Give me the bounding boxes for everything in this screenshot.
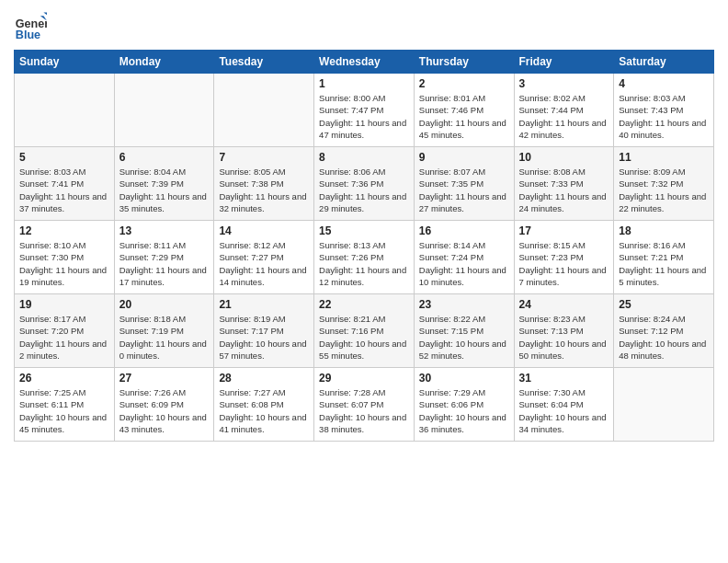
calendar-cell: 1Sunrise: 8:00 AM Sunset: 7:47 PM Daylig…	[314, 74, 415, 147]
calendar-cell: 2Sunrise: 8:01 AM Sunset: 7:46 PM Daylig…	[414, 74, 514, 147]
calendar-cell: 22Sunrise: 8:21 AM Sunset: 7:16 PM Dayli…	[314, 294, 415, 368]
day-info: Sunrise: 8:21 AM Sunset: 7:16 PM Dayligh…	[319, 313, 409, 362]
day-info: Sunrise: 8:11 AM Sunset: 7:29 PM Dayligh…	[119, 239, 210, 288]
day-info: Sunrise: 8:23 AM Sunset: 7:13 PM Dayligh…	[519, 313, 609, 362]
day-info: Sunrise: 8:05 AM Sunset: 7:38 PM Dayligh…	[219, 166, 309, 214]
calendar-week-3: 12Sunrise: 8:10 AM Sunset: 7:30 PM Dayli…	[15, 221, 714, 294]
day-number: 22	[319, 298, 409, 311]
day-number: 27	[119, 372, 210, 385]
day-info: Sunrise: 8:15 AM Sunset: 7:23 PM Dayligh…	[519, 239, 609, 288]
calendar-cell: 4Sunrise: 8:03 AM Sunset: 7:43 PM Daylig…	[614, 74, 714, 147]
day-number: 1	[319, 77, 409, 90]
day-number: 8	[319, 151, 409, 164]
day-number: 16	[419, 224, 509, 237]
calendar-cell: 13Sunrise: 8:11 AM Sunset: 7:29 PM Dayli…	[114, 221, 214, 294]
day-number: 21	[219, 298, 309, 311]
day-info: Sunrise: 8:18 AM Sunset: 7:19 PM Dayligh…	[119, 313, 210, 362]
day-number: 19	[19, 298, 109, 311]
calendar-cell: 24Sunrise: 8:23 AM Sunset: 7:13 PM Dayli…	[514, 294, 614, 368]
header-cell-saturday: Saturday	[614, 51, 714, 74]
header-cell-tuesday: Tuesday	[214, 51, 314, 74]
calendar-cell: 21Sunrise: 8:19 AM Sunset: 7:17 PM Dayli…	[214, 294, 314, 368]
calendar-cell: 25Sunrise: 8:24 AM Sunset: 7:12 PM Dayli…	[614, 294, 714, 368]
day-info: Sunrise: 8:07 AM Sunset: 7:35 PM Dayligh…	[419, 166, 509, 214]
day-info: Sunrise: 7:26 AM Sunset: 6:09 PM Dayligh…	[119, 386, 210, 435]
header-cell-sunday: Sunday	[15, 51, 115, 74]
day-info: Sunrise: 8:10 AM Sunset: 7:30 PM Dayligh…	[19, 239, 109, 288]
day-info: Sunrise: 8:04 AM Sunset: 7:39 PM Dayligh…	[119, 166, 210, 214]
calendar-cell	[214, 74, 314, 147]
day-number: 2	[419, 77, 509, 90]
calendar-cell: 16Sunrise: 8:14 AM Sunset: 7:24 PM Dayli…	[414, 221, 514, 294]
calendar-week-2: 5Sunrise: 8:03 AM Sunset: 7:41 PM Daylig…	[15, 147, 714, 221]
calendar-cell: 26Sunrise: 7:25 AM Sunset: 6:11 PM Dayli…	[15, 368, 115, 442]
calendar-cell: 27Sunrise: 7:26 AM Sunset: 6:09 PM Dayli…	[114, 368, 214, 442]
day-info: Sunrise: 8:03 AM Sunset: 7:43 PM Dayligh…	[619, 92, 709, 141]
day-info: Sunrise: 8:19 AM Sunset: 7:17 PM Dayligh…	[219, 313, 309, 362]
day-info: Sunrise: 8:22 AM Sunset: 7:15 PM Dayligh…	[419, 313, 509, 362]
day-info: Sunrise: 8:01 AM Sunset: 7:46 PM Dayligh…	[419, 92, 509, 141]
day-info: Sunrise: 8:00 AM Sunset: 7:47 PM Dayligh…	[319, 92, 409, 141]
day-info: Sunrise: 7:25 AM Sunset: 6:11 PM Dayligh…	[19, 386, 109, 435]
day-info: Sunrise: 8:24 AM Sunset: 7:12 PM Dayligh…	[619, 313, 709, 362]
day-number: 23	[419, 298, 509, 311]
calendar-cell: 17Sunrise: 8:15 AM Sunset: 7:23 PM Dayli…	[514, 221, 614, 294]
day-number: 26	[19, 372, 109, 385]
day-number: 10	[519, 151, 609, 164]
day-info: Sunrise: 8:08 AM Sunset: 7:33 PM Dayligh…	[519, 166, 609, 214]
day-info: Sunrise: 7:29 AM Sunset: 6:06 PM Dayligh…	[419, 386, 509, 435]
day-number: 25	[619, 298, 709, 311]
calendar-cell	[15, 74, 115, 147]
calendar-cell: 3Sunrise: 8:02 AM Sunset: 7:44 PM Daylig…	[514, 74, 614, 147]
day-number: 24	[519, 298, 609, 311]
calendar-cell	[114, 74, 214, 147]
logo-icon: General Blue	[14, 9, 47, 42]
header-cell-wednesday: Wednesday	[314, 51, 415, 74]
day-number: 18	[619, 224, 709, 237]
day-number: 5	[19, 151, 109, 164]
header-cell-monday: Monday	[114, 51, 214, 74]
day-info: Sunrise: 8:14 AM Sunset: 7:24 PM Dayligh…	[419, 239, 509, 288]
day-info: Sunrise: 8:09 AM Sunset: 7:32 PM Dayligh…	[619, 166, 709, 214]
day-info: Sunrise: 8:03 AM Sunset: 7:41 PM Dayligh…	[19, 166, 109, 214]
header-cell-friday: Friday	[514, 51, 614, 74]
calendar-cell: 29Sunrise: 7:28 AM Sunset: 6:07 PM Dayli…	[314, 368, 415, 442]
calendar-cell: 31Sunrise: 7:30 AM Sunset: 6:04 PM Dayli…	[514, 368, 614, 442]
calendar-cell: 20Sunrise: 8:18 AM Sunset: 7:19 PM Dayli…	[114, 294, 214, 368]
calendar-table: SundayMondayTuesdayWednesdayThursdayFrid…	[14, 50, 714, 442]
calendar-body: 1Sunrise: 8:00 AM Sunset: 7:47 PM Daylig…	[15, 74, 714, 442]
header: General Blue	[14, 9, 714, 42]
day-info: Sunrise: 8:16 AM Sunset: 7:21 PM Dayligh…	[619, 239, 709, 288]
calendar-week-1: 1Sunrise: 8:00 AM Sunset: 7:47 PM Daylig…	[15, 74, 714, 147]
calendar-cell: 14Sunrise: 8:12 AM Sunset: 7:27 PM Dayli…	[214, 221, 314, 294]
calendar-cell: 28Sunrise: 7:27 AM Sunset: 6:08 PM Dayli…	[214, 368, 314, 442]
day-number: 17	[519, 224, 609, 237]
day-info: Sunrise: 8:12 AM Sunset: 7:27 PM Dayligh…	[219, 239, 309, 288]
day-number: 12	[19, 224, 109, 237]
logo: General Blue	[14, 9, 51, 42]
day-info: Sunrise: 8:17 AM Sunset: 7:20 PM Dayligh…	[19, 313, 109, 362]
calendar-cell: 5Sunrise: 8:03 AM Sunset: 7:41 PM Daylig…	[15, 147, 115, 221]
calendar-header: SundayMondayTuesdayWednesdayThursdayFrid…	[15, 51, 714, 74]
calendar-cell: 11Sunrise: 8:09 AM Sunset: 7:32 PM Dayli…	[614, 147, 714, 221]
day-number: 6	[119, 151, 210, 164]
day-info: Sunrise: 8:02 AM Sunset: 7:44 PM Dayligh…	[519, 92, 609, 141]
day-number: 11	[619, 151, 709, 164]
day-number: 9	[419, 151, 509, 164]
calendar-cell	[614, 368, 714, 442]
day-number: 3	[519, 77, 609, 90]
calendar-cell: 10Sunrise: 8:08 AM Sunset: 7:33 PM Dayli…	[514, 147, 614, 221]
day-number: 13	[119, 224, 210, 237]
calendar-cell: 23Sunrise: 8:22 AM Sunset: 7:15 PM Dayli…	[414, 294, 514, 368]
day-info: Sunrise: 7:30 AM Sunset: 6:04 PM Dayligh…	[519, 386, 609, 435]
day-number: 4	[619, 77, 709, 90]
day-info: Sunrise: 8:13 AM Sunset: 7:26 PM Dayligh…	[319, 239, 409, 288]
calendar-cell: 12Sunrise: 8:10 AM Sunset: 7:30 PM Dayli…	[15, 221, 115, 294]
day-number: 31	[519, 372, 609, 385]
day-info: Sunrise: 7:28 AM Sunset: 6:07 PM Dayligh…	[319, 386, 409, 435]
calendar-cell: 19Sunrise: 8:17 AM Sunset: 7:20 PM Dayli…	[15, 294, 115, 368]
calendar-cell: 30Sunrise: 7:29 AM Sunset: 6:06 PM Dayli…	[414, 368, 514, 442]
day-number: 20	[119, 298, 210, 311]
day-number: 28	[219, 372, 309, 385]
header-row: SundayMondayTuesdayWednesdayThursdayFrid…	[15, 51, 714, 74]
